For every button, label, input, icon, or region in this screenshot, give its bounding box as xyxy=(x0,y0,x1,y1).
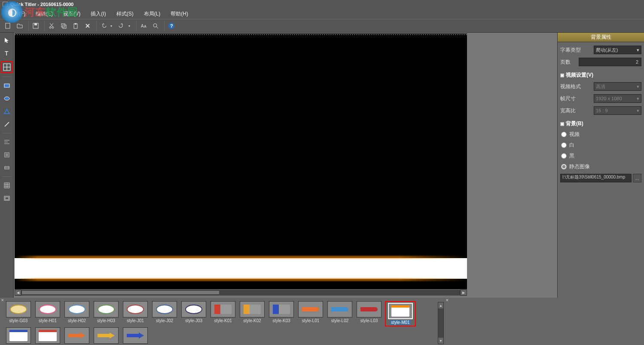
undo-dropdown[interactable]: ▾ xyxy=(110,24,115,28)
line-tool[interactable] xyxy=(2,119,12,129)
style-item[interactable]: style-L02 xyxy=(327,301,353,327)
delete-button[interactable] xyxy=(82,21,93,31)
scroll-thumb[interactable] xyxy=(22,291,219,294)
pages-input[interactable] xyxy=(579,58,641,66)
triangle-tool[interactable] xyxy=(2,106,12,117)
bottom-right-panel: ✕ xyxy=(444,298,644,345)
canvas-scrollbar[interactable]: ◀ ▶ xyxy=(15,289,467,296)
style-item[interactable]: style-K02 xyxy=(239,301,266,327)
ellipse-tool[interactable] xyxy=(2,93,12,104)
rectangle-tool[interactable] xyxy=(2,80,12,91)
safe-area-tool[interactable] xyxy=(2,193,12,203)
empty-area xyxy=(468,33,557,298)
style-label: style-J03 xyxy=(185,318,202,323)
scroll-left-icon[interactable]: ◀ xyxy=(15,290,21,296)
redo-button[interactable] xyxy=(116,21,127,31)
svg-rect-18 xyxy=(6,154,8,156)
browse-button[interactable]: ... xyxy=(633,174,641,182)
style-item[interactable]: style-H02 xyxy=(64,301,90,327)
aspect-label: 宽高比 xyxy=(560,107,591,114)
bg-path-input[interactable]: I:\无标题39\Still0615_00000.bmp xyxy=(560,174,632,182)
scroll-down-icon[interactable]: ▼ xyxy=(438,338,443,344)
menu-view[interactable]: 视图(V) xyxy=(58,9,85,19)
chevron-down-icon: ▾ xyxy=(637,47,639,53)
copy-button[interactable] xyxy=(58,21,69,31)
style-item[interactable]: style-J02 xyxy=(151,301,178,327)
styles-scrollbar[interactable]: ▲ ▼ xyxy=(438,302,444,344)
frame-size-select: 1920 x 1080▾ xyxy=(594,94,641,103)
frame-size-label: 帧尺寸 xyxy=(560,95,591,102)
text-tool[interactable]: T xyxy=(2,48,12,59)
svg-rect-0 xyxy=(6,23,10,28)
style-item[interactable]: style-H03 xyxy=(93,301,119,327)
svg-rect-21 xyxy=(5,197,9,200)
style-item[interactable]: style-M01 xyxy=(385,301,416,327)
video-section-header[interactable]: ▣视频设置(V) xyxy=(560,71,641,79)
titlebar: Quick Titler - 20160615-0000 xyxy=(0,0,644,9)
style-item[interactable] xyxy=(93,327,119,345)
menu-file[interactable]: 文件(F) xyxy=(3,9,31,19)
style-item[interactable] xyxy=(64,327,90,345)
scroll-right-icon[interactable]: ▶ xyxy=(460,290,467,296)
scroll-up-icon[interactable]: ▲ xyxy=(438,302,443,308)
menu-edit[interactable]: 编辑(E) xyxy=(31,9,58,19)
svg-text:Aᴀ: Aᴀ xyxy=(141,24,147,28)
help-button[interactable]: ? xyxy=(166,21,177,31)
menu-style[interactable]: 样式(S) xyxy=(111,9,139,19)
style-item[interactable]: style-J03 xyxy=(180,301,207,327)
save-button[interactable] xyxy=(31,21,41,31)
style-item[interactable]: style-J01 xyxy=(122,301,149,327)
menu-insert[interactable]: 插入(I) xyxy=(85,9,111,19)
paste-button[interactable] xyxy=(70,21,81,31)
pages-label: 页数 xyxy=(560,59,576,66)
panel-header: 背景属性 xyxy=(558,33,644,42)
svg-point-16 xyxy=(4,97,9,100)
lower-third-title[interactable] xyxy=(15,256,467,281)
video-format-label: 视频格式 xyxy=(560,83,591,90)
style-item[interactable]: style-L03 xyxy=(356,301,382,327)
style-label: style-L03 xyxy=(360,318,378,323)
find-button[interactable] xyxy=(150,21,161,31)
open-button[interactable] xyxy=(15,21,25,31)
style-item[interactable]: style-K01 xyxy=(210,301,236,327)
selection-tool[interactable] xyxy=(2,35,12,46)
align-tool-3[interactable] xyxy=(2,163,12,173)
radio-video[interactable]: 视频 xyxy=(560,131,641,138)
style-item[interactable]: style-G03 xyxy=(5,301,32,327)
style-item[interactable] xyxy=(34,327,61,345)
svg-rect-5 xyxy=(61,24,65,27)
subtitle-type-label: 字幕类型 xyxy=(560,46,591,54)
new-button[interactable] xyxy=(3,21,13,31)
style-label: style-J01 xyxy=(127,318,144,323)
style-item[interactable] xyxy=(122,327,149,345)
style-item[interactable]: style-H01 xyxy=(34,301,61,327)
svg-point-10 xyxy=(153,24,157,27)
radio-white[interactable]: 白 xyxy=(560,142,641,149)
style-item[interactable]: style-K03 xyxy=(268,301,295,327)
svg-rect-8 xyxy=(75,23,76,25)
align-tool-1[interactable] xyxy=(2,137,12,147)
close-styles-icon[interactable]: ✕ xyxy=(0,298,5,303)
svg-rect-6 xyxy=(63,25,66,28)
redo-dropdown[interactable]: ▾ xyxy=(128,24,133,28)
safe-line-top xyxy=(15,34,467,35)
style-label: style-H01 xyxy=(39,318,57,323)
style-item[interactable] xyxy=(5,327,32,345)
radio-still[interactable]: 静态图像 xyxy=(560,163,641,170)
image-tool[interactable] xyxy=(1,61,13,73)
bg-section-header[interactable]: ▣背景(B) xyxy=(560,120,641,127)
align-tool-2[interactable] xyxy=(2,150,12,160)
grid-tool[interactable] xyxy=(2,180,12,191)
menu-layout[interactable]: 布局(L) xyxy=(139,9,166,19)
cut-button[interactable] xyxy=(46,21,57,31)
text-style-button[interactable]: Aᴀ xyxy=(138,21,149,31)
radio-black[interactable]: 黑 xyxy=(560,152,641,160)
menu-help[interactable]: 帮助(H) xyxy=(165,9,193,19)
canvas-viewport[interactable] xyxy=(15,34,467,289)
subtitle-type-select[interactable]: 爬动(从左)▾ xyxy=(594,46,641,54)
properties-panel: 背景属性 字幕类型 爬动(从左)▾ 页数 ▣视频设置(V) 视频格式 高清▾ 帧… xyxy=(557,33,644,298)
close-right-icon[interactable]: ✕ xyxy=(445,298,450,303)
style-item[interactable]: style-L01 xyxy=(297,301,324,327)
collapse-icon: ▣ xyxy=(560,121,564,126)
undo-button[interactable] xyxy=(98,21,109,31)
